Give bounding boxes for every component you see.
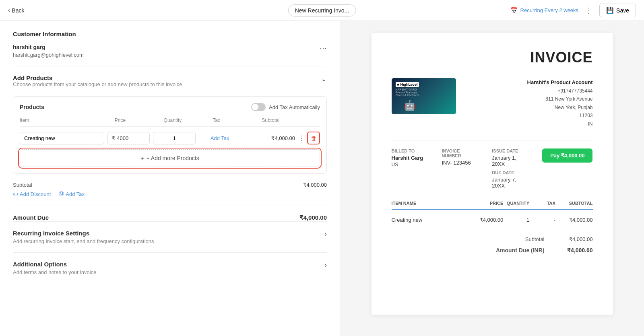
billed-to-label: Billed to bbox=[392, 148, 430, 153]
recurring-label: Recurring Every 2 weeks bbox=[520, 7, 579, 13]
product-row: ₹ 4000 Add Tax ₹4,000.00 ⋮ 🗑 bbox=[20, 132, 320, 144]
amount-due-row: Amount Due ₹4,000.00 bbox=[13, 214, 327, 221]
customer-more-button[interactable]: ⋯ bbox=[320, 44, 327, 53]
due-date-value: January 7, 20XX bbox=[492, 177, 530, 189]
invoice-item-row: Creating new ₹4,000.00 1 - ₹4,000.00 bbox=[392, 213, 593, 227]
logo-icon: 🤖 bbox=[404, 100, 416, 111]
invoice-title-text: New Recurring Invo... bbox=[295, 7, 349, 14]
inv-subtotal-value: ₹4,000.00 bbox=[561, 236, 593, 242]
invoice-number-value: INV- 123456 bbox=[442, 160, 480, 166]
inv-col-quantity: QUANTITY bbox=[503, 201, 529, 206]
recurring-settings-subtitle: Add recurring invoice start, end and fre… bbox=[13, 238, 154, 244]
products-box-header: Products Add Tax Automatically bbox=[20, 103, 320, 111]
inv-amount-due-row: Amount Due (INR) ₹4,000.00 bbox=[392, 245, 593, 256]
subtotal-value: ₹4,000.00 bbox=[303, 182, 327, 188]
due-date-label: Due Date bbox=[492, 170, 530, 175]
recurring-settings-expand-button[interactable]: › bbox=[324, 230, 327, 238]
add-more-label: + Add more Products bbox=[147, 155, 199, 161]
recurring-badge[interactable]: 📅 Recurring Every 2 weeks bbox=[510, 6, 579, 14]
inv-item-name: Creating new bbox=[392, 217, 466, 223]
save-label: Save bbox=[616, 7, 629, 14]
pay-button-block: Pay ₹4,000.00 bbox=[542, 148, 592, 163]
inv-item-tax: - bbox=[529, 217, 555, 223]
amount-due-value: ₹4,000.00 bbox=[299, 214, 327, 221]
col-price: Price bbox=[115, 117, 161, 123]
right-panel: INVOICE ■ HighLevel HARSHIT GARG Product… bbox=[340, 21, 644, 336]
logo-dept: Stores & Contracts bbox=[396, 94, 419, 97]
dates-block: Issue Date January 1, 20XX Due Date Janu… bbox=[492, 148, 530, 189]
recurring-settings-text: Recurring Invoice Settings Add recurring… bbox=[13, 230, 154, 244]
more-options-button[interactable]: ⋮ bbox=[583, 4, 594, 17]
invoice-items-table: ITEM NAME PRICE QUANTITY TAX SUBTOTAL Cr… bbox=[392, 201, 593, 227]
billed-to-block: Billed to Harshit Garg US bbox=[392, 148, 430, 167]
add-products-title-block: Add Products Choose products from your c… bbox=[13, 74, 182, 94]
company-street: 811 New York Avenue bbox=[527, 95, 593, 103]
add-tax-button[interactable]: Add Tax bbox=[199, 135, 241, 141]
products-box: Products Add Tax Automatically Item Pric… bbox=[13, 96, 327, 174]
invoice-company-address: Harshit's Product Account +917477735444 … bbox=[527, 78, 593, 128]
col-quantity: Quantity bbox=[164, 117, 210, 123]
invoice-number-block: Invoice Number INV- 123456 bbox=[442, 148, 480, 166]
product-subtotal: ₹4,000.00 bbox=[244, 135, 295, 141]
billed-to-name: Harshit Garg bbox=[392, 155, 430, 161]
invoice-totals: Subtotal ₹4,000.00 Amount Due (INR) ₹4,0… bbox=[392, 234, 593, 256]
add-tax-link-button[interactable]: Ⓜ Add Tax bbox=[59, 190, 85, 198]
add-products-header: Add Products Choose products from your c… bbox=[13, 74, 327, 94]
quantity-input[interactable] bbox=[153, 132, 195, 144]
top-navigation: ‹ Back New Recurring Invo... 📅 Recurring… bbox=[0, 0, 644, 21]
tax-toggle-row: Add Tax Automatically bbox=[251, 103, 320, 111]
add-more-icon: + bbox=[140, 155, 144, 161]
price-value: 4000 bbox=[117, 135, 128, 141]
issue-date-value: January 1, 20XX bbox=[492, 155, 530, 167]
add-products-title: Add Products bbox=[13, 74, 182, 81]
tax-toggle-switch[interactable] bbox=[251, 103, 266, 111]
company-country: IN bbox=[527, 120, 593, 128]
product-name-input[interactable] bbox=[20, 132, 104, 144]
logo-hl-badge: ■ HighLevel bbox=[396, 82, 419, 87]
back-button[interactable]: ‹ Back bbox=[8, 7, 24, 14]
logo-text-block: ■ HighLevel HARSHIT GARG Product Manager… bbox=[396, 82, 419, 97]
tax-toggle-label: Add Tax Automatically bbox=[269, 104, 320, 110]
row-more-button[interactable]: ⋮ bbox=[298, 134, 305, 142]
delete-row-button[interactable]: 🗑 bbox=[307, 132, 320, 144]
inv-col-item-name: ITEM NAME bbox=[392, 201, 466, 206]
pay-button[interactable]: Pay ₹4,000.00 bbox=[542, 148, 592, 163]
subtotal-label: Subtotal bbox=[13, 182, 32, 188]
invoice-meta: Billed to Harshit Garg US Invoice Number… bbox=[392, 140, 593, 189]
add-more-products-button[interactable]: + + Add more Products bbox=[20, 149, 320, 167]
customer-info-header: Customer Information bbox=[13, 31, 327, 37]
invoice-heading: INVOICE bbox=[530, 49, 592, 66]
nav-right: 📅 Recurring Every 2 weeks ⋮ 💾 Save bbox=[510, 4, 636, 17]
inv-item-subtotal: ₹4,000.00 bbox=[555, 217, 593, 223]
left-panel: Customer Information harshit garg harshi… bbox=[0, 21, 340, 336]
add-discount-button[interactable]: 🏷 Add Discount bbox=[13, 190, 51, 198]
inv-col-subtotal: SUBTOTAL bbox=[555, 201, 593, 206]
add-products-subtitle: Choose products from your catalogue or a… bbox=[13, 81, 182, 87]
additional-options-header: Additional Options Add terms and notes t… bbox=[13, 261, 327, 275]
back-label: Back bbox=[12, 7, 24, 14]
additional-options-text: Additional Options Add terms and notes t… bbox=[13, 261, 96, 275]
inv-subtotal-row: Subtotal ₹4,000.00 bbox=[392, 234, 593, 245]
row-actions: ⋮ 🗑 bbox=[298, 132, 320, 144]
additional-options-expand-button[interactable]: › bbox=[324, 261, 327, 269]
additional-options-title: Additional Options bbox=[13, 261, 96, 268]
inv-amount-due-value: ₹4,000.00 bbox=[561, 247, 593, 254]
products-column-headers: Item Price Quantity Tax Subtotal bbox=[20, 117, 320, 127]
col-subtotal: Subtotal bbox=[262, 117, 317, 123]
toggle-knob bbox=[252, 104, 258, 110]
inv-col-tax: TAX bbox=[529, 201, 555, 206]
customer-email: harshit.garg@gohighlevel.com bbox=[13, 52, 84, 58]
customer-info-title: Customer Information bbox=[13, 31, 76, 37]
add-products-collapse-button[interactable]: ⌄ bbox=[321, 74, 327, 83]
divider-subtotal bbox=[13, 206, 327, 206]
customer-info-row: harshit garg harshit.garg@gohighlevel.co… bbox=[13, 44, 327, 58]
customer-name: harshit garg bbox=[13, 44, 84, 50]
save-button[interactable]: 💾 Save bbox=[599, 4, 636, 17]
logo-subtitle: HARSHIT GARG bbox=[396, 88, 419, 91]
company-zip: 11203 bbox=[527, 111, 593, 120]
invoice-number-label: Invoice Number bbox=[442, 148, 480, 158]
divider-1 bbox=[13, 66, 327, 66]
recurring-settings-header: Recurring Invoice Settings Add recurring… bbox=[13, 230, 327, 244]
company-city: New York, Punjab bbox=[527, 103, 593, 111]
recurring-settings-section: Recurring Invoice Settings Add recurring… bbox=[13, 221, 327, 252]
